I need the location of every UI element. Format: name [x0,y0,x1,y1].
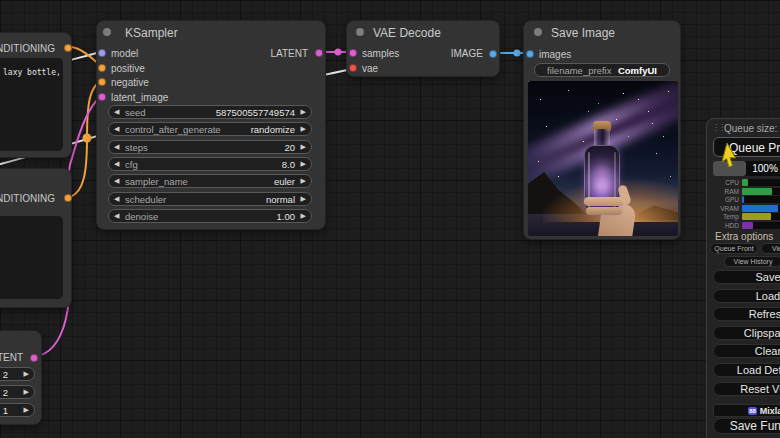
monitor-row-ram: RAM 49% [707,188,780,196]
monitor-label: VRAM [707,205,739,212]
reroute-dot[interactable] [83,134,92,143]
widget-label: filename_prefix [547,65,611,76]
node-ksampler[interactable]: KSampler model positive negative latent_… [96,20,326,230]
collapse-dot-icon[interactable] [103,28,111,36]
increment-icon[interactable]: ▶ [301,160,306,168]
increment-icon[interactable]: ▶ [301,125,306,133]
node-title-bar[interactable]: KSampler [97,21,325,45]
input-port-latent-image[interactable] [98,93,106,101]
mixlab-badge-icon: 88 [748,407,757,415]
drag-handle-icon[interactable]: ⋮⋮ [712,123,724,132]
widget-label: denoise [125,211,158,222]
node-title-bar[interactable]: Save Image [524,21,680,45]
decrement-icon[interactable]: ◀ [114,143,119,151]
widget-seed[interactable]: ◀ seed 587500557749574 ▶ [108,105,312,119]
node-title-bar[interactable]: VAE Decode [347,21,499,45]
node-title: VAE Decode [373,26,441,40]
mixlab-button[interactable]: 88Mixlab [713,404,780,417]
widget-label: cfg [125,159,138,170]
output-label-latent: LATENT [270,48,308,59]
widget-steps[interactable]: ◀ steps 20 ▶ [108,140,312,154]
save-button[interactable]: Save [713,270,780,284]
decrement-icon[interactable]: ◀ [114,177,119,185]
load-default-button[interactable]: Load Default [713,363,780,377]
monitor-row-hdd: HDD 18% [707,222,780,230]
increment-icon[interactable]: ▶ [24,388,29,396]
widget-value: normal [266,194,295,205]
increment-icon[interactable]: ▶ [301,143,306,151]
node-clip-text-encode-negative[interactable]: CONDITIONING [0,168,72,308]
input-port-samples[interactable] [349,49,357,57]
increment-icon[interactable]: ▶ [24,406,29,414]
widget-sampler-name[interactable]: ◀ sampler_name euler ▶ [108,174,312,188]
increment-icon[interactable]: ▶ [301,195,306,203]
node-vae-decode[interactable]: VAE Decode samples vae IMAGE [346,20,500,77]
output-port-latent[interactable] [315,49,323,57]
increment-icon[interactable]: ▶ [301,108,306,116]
increment-icon[interactable]: ▶ [301,212,306,220]
input-port-model[interactable] [98,49,106,57]
widget-label: steps [125,142,148,153]
output-port-latent[interactable] [30,354,38,362]
prompt-textarea[interactable] [0,216,63,299]
widget-scheduler[interactable]: ◀ scheduler normal ▶ [108,192,312,206]
mouse-cursor-icon [718,141,744,171]
input-port-vae[interactable] [349,64,357,72]
monitor-label: GPU [707,196,739,203]
decrement-icon[interactable]: ◀ [114,108,119,116]
increment-icon[interactable]: ▶ [24,370,29,378]
view-queue-button[interactable]: View Queue [761,243,780,254]
refresh-button[interactable]: Refresh [713,307,780,321]
node-save-image[interactable]: Save Image images filename_prefix ComfyU… [523,20,681,240]
widget-control-after-generate[interactable]: ◀ control_after_generate randomize ▶ [108,122,312,136]
output-label-image: IMAGE [451,48,483,59]
decrement-icon[interactable]: ◀ [114,125,119,133]
fingers [586,207,622,215]
monitor-row-vram: VRAM 58% [707,205,780,213]
input-label-model: model [111,48,138,59]
clear-button[interactable]: Clear [713,344,780,358]
input-port-positive[interactable] [98,64,106,72]
output-label-conditioning: CONDITIONING [0,43,55,54]
output-port-conditioning[interactable] [64,194,72,202]
generated-image-preview[interactable] [528,81,678,236]
widget-denoise[interactable]: ◀ denoise 1.00 ▶ [108,209,312,223]
load-button[interactable]: Load [713,289,780,303]
queue-size-label: Queue size: 1 [724,123,780,134]
input-label-samples: samples [362,48,399,59]
decrement-icon[interactable]: ◀ [114,195,119,203]
widget-height[interactable]: 2 ▶ [0,385,35,399]
decrement-icon[interactable]: ◀ [114,212,119,220]
input-port-images[interactable] [526,50,534,58]
input-port-negative[interactable] [98,78,106,86]
prompt-textarea[interactable]: laxy bottle, [0,58,63,151]
save-function-button[interactable]: Save Function [713,418,780,434]
widget-width[interactable]: 2 ▶ [0,367,35,381]
decrement-icon[interactable]: ◀ [114,160,119,168]
input-label-images: images [539,49,571,60]
node-empty-latent-image[interactable]: LATENT 2 ▶ 2 ▶ 1 ▶ [0,330,42,425]
widget-filename-prefix[interactable]: filename_prefix ComfyUI [534,63,670,77]
node-clip-text-encode-positive[interactable]: CONDITIONING laxy bottle, [0,32,72,158]
collapse-dot-icon[interactable] [356,28,364,36]
extra-options-label: Extra options [715,231,773,242]
widget-value: 2 [3,369,8,380]
view-history-button[interactable]: View History [724,256,780,267]
widget-value: 20 [284,142,295,153]
output-port-image[interactable] [489,50,497,58]
widget-value: 1.00 [277,211,296,222]
queue-front-button[interactable]: Queue Front [710,243,758,254]
output-port-conditioning[interactable] [64,44,72,52]
collapse-dot-icon[interactable] [534,28,542,36]
widget-cfg[interactable]: ◀ cfg 8.0 ▶ [108,157,312,171]
progress-label: 100% [743,163,780,174]
monitor-row-gpu: GPU 3% [707,196,780,204]
widget-label: seed [125,107,146,118]
output-label-latent: LATENT [0,352,23,363]
clipspace-button[interactable]: Clipspace [713,326,780,340]
monitor-row-cpu: CPU 9% [707,179,780,187]
reset-view-button[interactable]: Reset View [713,382,780,396]
increment-icon[interactable]: ▶ [301,177,306,185]
prompt-text: laxy bottle, [3,68,61,77]
widget-batch-size[interactable]: 1 ▶ [0,403,35,417]
